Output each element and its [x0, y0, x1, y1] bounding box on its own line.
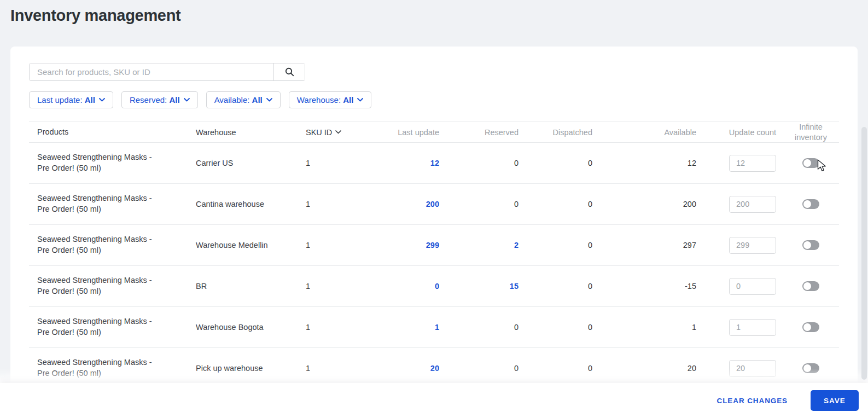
table-row: Seaweed Strengthening Masks - Pre Order!… [29, 225, 839, 266]
update-count-input[interactable] [729, 278, 776, 295]
col-header-sku-id[interactable]: SKU ID [306, 128, 368, 137]
last-update-value[interactable]: 0 [368, 282, 439, 291]
col-header-dispatched: Dispatched [519, 128, 592, 137]
inventory-card: Last update: All Reserved: All Available… [10, 47, 858, 418]
sku-id-value: 1 [302, 241, 368, 249]
filter-value: All [85, 95, 95, 104]
reserved-value[interactable]: 15 [439, 282, 519, 291]
col-header-products: Products [29, 127, 188, 138]
warehouse-name: Warehouse Medellin [188, 241, 302, 249]
warehouse-name: BR [188, 282, 302, 291]
table-header: Products Warehouse SKU ID Last update Re… [29, 121, 839, 143]
sku-id-value: 1 [302, 200, 368, 208]
product-name: Seaweed Strengthening Masks - Pre Order!… [29, 193, 188, 214]
chevron-down-icon [357, 98, 363, 102]
reserved-value: 0 [439, 200, 519, 208]
chevron-down-icon [99, 98, 105, 102]
search-input[interactable] [30, 63, 273, 80]
update-count-input[interactable] [729, 196, 776, 213]
infinite-inventory-toggle[interactable] [802, 199, 819, 209]
dispatched-value: 0 [519, 323, 592, 332]
toggle-knob [803, 323, 811, 331]
last-update-value[interactable]: 1 [368, 323, 439, 332]
update-count-input[interactable] [729, 360, 776, 377]
dispatched-value: 0 [519, 159, 592, 167]
clear-changes-button[interactable]: CLEAR CHANGES [717, 397, 788, 405]
product-name: Seaweed Strengthening Masks - Pre Order!… [29, 152, 188, 173]
reserved-value[interactable]: 2 [439, 241, 519, 249]
table-row: Seaweed Strengthening Masks - Pre Order!… [29, 266, 839, 307]
chevron-down-icon [266, 98, 272, 102]
sku-id-value: 1 [302, 282, 368, 291]
available-value: 20 [592, 364, 696, 373]
search-box [29, 63, 305, 81]
filter-value: All [252, 95, 263, 104]
last-update-value[interactable]: 12 [368, 159, 439, 167]
col-header-update-count: Update count [696, 128, 776, 137]
warehouse-name: Warehouse Bogota [188, 323, 302, 332]
col-header-infinite-inventory: Infinite inventory [776, 122, 839, 142]
warehouse-name: Pick up warehouse [188, 364, 302, 373]
toggle-knob [803, 241, 811, 249]
search-button[interactable] [273, 63, 305, 80]
search-icon [285, 67, 294, 77]
infinite-inventory-toggle[interactable] [802, 158, 819, 168]
chevron-down-icon [184, 98, 190, 102]
filter-value: All [343, 95, 353, 104]
dispatched-value: 0 [519, 282, 592, 291]
dispatched-value: 0 [519, 241, 592, 249]
infinite-inventory-toggle[interactable] [802, 363, 819, 373]
infinite-inventory-toggle[interactable] [802, 322, 819, 332]
last-update-value[interactable]: 200 [368, 200, 439, 208]
col-header-last-update: Last update [368, 128, 439, 137]
col-header-reserved: Reserved [439, 128, 519, 137]
sku-id-value: 1 [302, 323, 368, 332]
available-value: 200 [592, 200, 696, 208]
toggle-knob [803, 159, 811, 167]
filter-reserved[interactable]: Reserved: All [121, 91, 198, 108]
save-button[interactable]: SAVE [811, 390, 859, 411]
filter-available[interactable]: Available: All [206, 91, 281, 108]
filter-last-update[interactable]: Last update: All [29, 91, 113, 108]
product-name: Seaweed Strengthening Masks - Pre Order!… [29, 275, 188, 297]
warehouse-name: Cantina warehouse [188, 200, 302, 208]
filter-label: Last update: [37, 95, 83, 104]
update-count-input[interactable] [729, 237, 776, 254]
product-name: Seaweed Strengthening Masks - Pre Order!… [29, 357, 188, 379]
update-count-input[interactable] [729, 319, 776, 336]
product-name: Seaweed Strengthening Masks - Pre Order!… [29, 234, 188, 256]
toggle-knob [803, 282, 811, 290]
warehouse-name: Carrier US [188, 159, 302, 167]
filter-warehouse[interactable]: Warehouse: All [289, 91, 372, 108]
dispatched-value: 0 [519, 364, 592, 373]
infinite-inventory-toggle[interactable] [802, 240, 819, 250]
col-header-available: Available [592, 128, 696, 137]
filter-value: All [169, 95, 179, 104]
footer-action-bar: CLEAR CHANGES SAVE [0, 383, 868, 418]
available-value: 1 [592, 323, 696, 332]
infinite-inventory-toggle[interactable] [802, 281, 819, 291]
table-row: Seaweed Strengthening Masks - Pre Order!… [29, 307, 839, 348]
table-row: Seaweed Strengthening Masks - Pre Order!… [29, 184, 839, 225]
chevron-down-icon [335, 130, 341, 134]
last-update-value[interactable]: 299 [368, 241, 439, 249]
available-value: 12 [592, 159, 696, 167]
toggle-knob [803, 200, 811, 208]
scrollbar-thumb[interactable] [861, 127, 867, 380]
vertical-scrollbar[interactable] [860, 0, 868, 383]
filter-label: Available: [214, 95, 250, 104]
page-title: Inventory management [10, 7, 180, 25]
reserved-value: 0 [439, 364, 519, 373]
toggle-knob [803, 364, 811, 372]
sku-id-value: 1 [302, 364, 368, 373]
update-count-input[interactable] [729, 155, 776, 172]
reserved-value: 0 [439, 323, 519, 332]
available-value: 297 [592, 241, 696, 249]
sku-id-value: 1 [302, 159, 368, 167]
last-update-value[interactable]: 20 [368, 364, 439, 373]
reserved-value: 0 [439, 159, 519, 167]
filter-label: Reserved: [130, 95, 167, 104]
inventory-page: Inventory management Last update: All [0, 0, 868, 418]
product-name: Seaweed Strengthening Masks - Pre Order!… [29, 316, 188, 338]
col-header-warehouse: Warehouse [188, 128, 302, 137]
